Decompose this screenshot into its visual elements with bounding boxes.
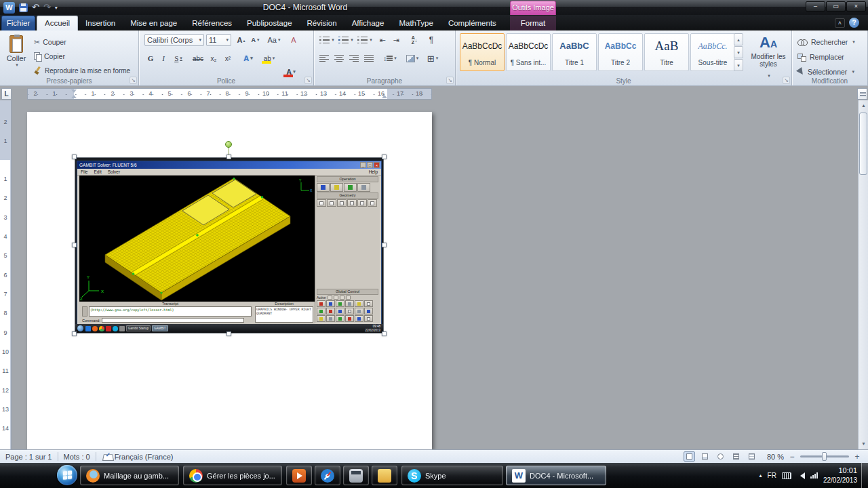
multilevel-dropdown-icon[interactable]: ▾ bbox=[370, 37, 372, 43]
style-item-titre[interactable]: AaBTitre bbox=[644, 33, 689, 71]
style-item-sans-interligne[interactable]: AaBbCcDc¶ Sans int... bbox=[506, 33, 551, 71]
bullets-button[interactable]: ▾ bbox=[318, 34, 336, 46]
tab-insertion[interactable]: Insertion bbox=[78, 16, 123, 30]
dialog-launcher-icon[interactable]: ↘ bbox=[446, 77, 454, 84]
select-dropdown-icon[interactable]: ▾ bbox=[852, 69, 854, 75]
resize-handle-se[interactable] bbox=[382, 331, 387, 336]
format-painter-button[interactable]: Reproduire la mise en forme bbox=[34, 64, 130, 77]
tab-accueil[interactable]: Accueil bbox=[37, 16, 78, 30]
first-line-indent-marker[interactable] bbox=[71, 89, 77, 93]
help-icon[interactable]: ? bbox=[849, 18, 859, 28]
find-button[interactable]: Rechercher ▾ bbox=[797, 36, 855, 48]
resize-handle-n[interactable] bbox=[226, 155, 231, 159]
paste-dropdown-icon[interactable]: ▾ bbox=[16, 62, 18, 68]
highlight-button[interactable]: ab▾ bbox=[260, 52, 279, 65]
taskbar-button-firefox[interactable]: Maillage au gamb... bbox=[80, 466, 179, 485]
replace-button[interactable]: Remplacer bbox=[797, 51, 844, 63]
multilevel-list-button[interactable]: ▾ bbox=[356, 34, 374, 46]
show-hidden-icons[interactable]: ▴ bbox=[760, 472, 762, 479]
tab-references[interactable]: Références bbox=[184, 16, 239, 30]
zoom-level[interactable]: 80 % bbox=[767, 453, 784, 461]
shrink-font-button[interactable]: A▾ bbox=[249, 34, 262, 46]
tab-stop-selector[interactable]: L bbox=[1, 88, 12, 100]
view-draft-button[interactable] bbox=[746, 451, 757, 462]
zoom-slider-thumb[interactable] bbox=[822, 452, 827, 461]
rotate-handle[interactable] bbox=[225, 141, 232, 148]
find-dropdown-icon[interactable]: ▾ bbox=[852, 39, 855, 45]
taskbar-button-skype[interactable]: S Skype bbox=[401, 466, 503, 485]
font-size-combo[interactable]: 11 ▾ bbox=[206, 34, 231, 46]
tab-complements[interactable]: Compléments bbox=[441, 16, 504, 30]
horizontal-ruler[interactable]: 2 1 1 2 3 4 5 6 7 8 9 10 11 12 13 14 15 … bbox=[27, 88, 432, 100]
subscript-button[interactable]: x₂ bbox=[207, 52, 220, 65]
tab-publipostage[interactable]: Publipostage bbox=[239, 16, 300, 30]
tab-fichier[interactable]: Fichier bbox=[1, 16, 35, 30]
page-indicator[interactable]: Page : 1 sur 1 bbox=[5, 453, 52, 461]
tab-affichage[interactable]: Affichage bbox=[344, 16, 392, 30]
numbering-button[interactable]: ▾ bbox=[337, 34, 355, 46]
qat-customize-dropdown-icon[interactable]: ▾ bbox=[55, 5, 58, 11]
style-item-normal[interactable]: AaBbCcDc¶ Normal bbox=[460, 33, 505, 71]
vertical-scrollbar[interactable]: ▲ ▼ bbox=[858, 100, 868, 449]
numbering-dropdown-icon[interactable]: ▾ bbox=[351, 37, 353, 43]
resize-handle-ne[interactable] bbox=[382, 155, 387, 159]
style-item-titre1[interactable]: AaBbCTitre 1 bbox=[552, 33, 597, 71]
gallery-more-icon[interactable]: ▾ bbox=[734, 59, 743, 71]
right-indent-marker[interactable] bbox=[382, 95, 387, 98]
start-button[interactable] bbox=[57, 465, 77, 485]
decrease-indent-button[interactable]: ⇤ bbox=[376, 34, 389, 46]
language-tray-indicator[interactable]: FR bbox=[768, 472, 776, 479]
clock[interactable]: 10:01 22/02/2013 bbox=[823, 466, 857, 485]
strikethrough-button[interactable]: abc bbox=[191, 52, 205, 65]
zoom-out-icon[interactable]: − bbox=[788, 452, 796, 462]
scroll-down-icon[interactable]: ▼ bbox=[859, 439, 868, 449]
increase-indent-button[interactable]: ⇥ bbox=[390, 34, 402, 46]
paste-button[interactable]: Coller ▾ bbox=[3, 33, 30, 75]
resize-handle-e[interactable] bbox=[382, 243, 387, 247]
cut-button[interactable]: ✂ Couper bbox=[34, 36, 66, 48]
show-paragraph-marks-button[interactable]: ¶ bbox=[425, 34, 437, 46]
scrollbar-thumb[interactable] bbox=[859, 113, 867, 175]
resize-handle-s[interactable] bbox=[226, 331, 231, 336]
gallery-scroll-up-icon[interactable]: ▴ bbox=[734, 33, 743, 45]
align-right-button[interactable] bbox=[348, 52, 360, 65]
undo-icon[interactable]: ↶ bbox=[32, 2, 39, 13]
style-item-sous-titre[interactable]: AaBbCc.Sous-titre bbox=[690, 33, 735, 71]
text-effects-dropdown-icon[interactable]: ▾ bbox=[250, 56, 253, 61]
copy-button[interactable]: Copier bbox=[34, 50, 65, 62]
font-name-combo[interactable]: Calibri (Corps ▾ bbox=[144, 34, 204, 46]
taskbar-button-safari[interactable] bbox=[315, 466, 340, 485]
text-effects-button[interactable]: A▾ bbox=[239, 52, 257, 65]
borders-dropdown-icon[interactable]: ▾ bbox=[436, 56, 439, 61]
hanging-indent-marker[interactable] bbox=[71, 95, 77, 98]
line-spacing-button[interactable]: ↕▾ bbox=[380, 52, 399, 65]
minimize-button[interactable]: – bbox=[806, 1, 825, 12]
ruler-toggle-button[interactable] bbox=[857, 88, 867, 100]
document-page[interactable]: GAMBIT Solver: FLUENT 5/6 _ □ × File Edi… bbox=[27, 112, 432, 449]
select-button[interactable]: Sélectionner ▾ bbox=[797, 66, 854, 78]
taskbar-button-chrome[interactable]: Gérer les pièces jo... bbox=[183, 466, 282, 485]
change-styles-button[interactable]: AA Modifier les styles ▾ bbox=[749, 33, 788, 83]
italic-button[interactable]: I bbox=[158, 52, 169, 65]
justify-button[interactable] bbox=[363, 52, 375, 65]
dialog-launcher-icon[interactable]: ↘ bbox=[304, 77, 312, 84]
embedded-image-selected[interactable]: GAMBIT Solver: FLUENT 5/6 _ □ × File Edi… bbox=[75, 157, 384, 333]
font-name-dropdown-icon[interactable]: ▾ bbox=[199, 37, 201, 43]
volume-icon[interactable] bbox=[797, 472, 805, 479]
dialog-launcher-icon[interactable]: ↘ bbox=[130, 77, 137, 84]
underline-dropdown-icon[interactable]: ▾ bbox=[180, 56, 182, 61]
underline-button[interactable]: S▾ bbox=[170, 52, 186, 65]
dialog-launcher-icon[interactable]: ↘ bbox=[783, 77, 790, 84]
resize-handle-w[interactable] bbox=[72, 243, 77, 247]
show-desktop-button[interactable] bbox=[861, 463, 868, 488]
save-icon[interactable] bbox=[19, 3, 28, 12]
font-color-button[interactable]: A▾ bbox=[281, 65, 300, 79]
change-case-button[interactable]: Aa▾ bbox=[265, 34, 283, 46]
proofing-status-icon[interactable] bbox=[103, 453, 113, 461]
zoom-in-icon[interactable]: + bbox=[853, 452, 861, 462]
superscript-button[interactable]: x² bbox=[221, 52, 235, 65]
tab-mise-en-page[interactable]: Mise en page bbox=[123, 16, 184, 30]
borders-button[interactable]: ⊞▾ bbox=[424, 52, 441, 65]
align-center-button[interactable] bbox=[333, 52, 345, 65]
bullets-dropdown-icon[interactable]: ▾ bbox=[332, 37, 334, 43]
